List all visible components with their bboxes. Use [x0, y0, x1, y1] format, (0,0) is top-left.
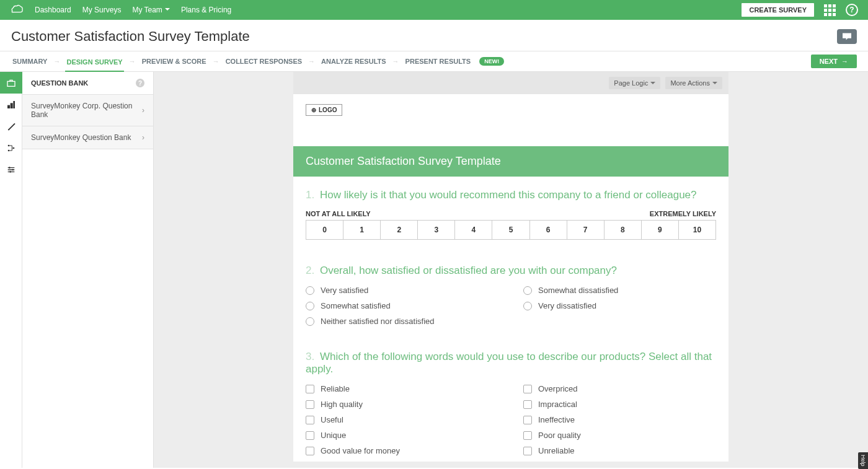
nps-6[interactable]: 6: [530, 221, 567, 239]
rail-builder[interactable]: [0, 94, 22, 115]
brush-icon: [6, 121, 16, 131]
nps-left-label: NOT AT ALL LIKELY: [306, 210, 371, 217]
question-3[interactable]: 3. Which of the following words would yo…: [293, 332, 728, 462]
nav-dashboard[interactable]: Dashboard: [35, 6, 71, 14]
nps-right-label: EXTREMELY LIKELY: [650, 210, 716, 217]
step-collect-responses[interactable]: COLLECT RESPONSES: [224, 51, 303, 71]
nps-scale: 0 1 2 3 4 5 6 7 8 9 10: [306, 220, 716, 240]
nps-0[interactable]: 0: [306, 221, 343, 239]
more-actions-button[interactable]: More Actions: [665, 77, 722, 89]
svg-rect-2: [11, 103, 13, 108]
comments-button[interactable]: [837, 29, 857, 44]
new-badge: NEW!: [479, 57, 504, 66]
svg-point-4: [8, 144, 10, 146]
nps-5[interactable]: 5: [492, 221, 529, 239]
sliders-icon: [6, 165, 16, 175]
svg-rect-0: [7, 81, 15, 86]
step-present-results[interactable]: PRESENT RESULTS: [404, 51, 472, 71]
nav-my-team[interactable]: My Team: [132, 6, 169, 14]
nps-7[interactable]: 7: [567, 221, 604, 239]
radio-somewhat-satisfied[interactable]: Somewhat satisfied: [306, 301, 498, 310]
chevron-right-icon: →: [392, 58, 399, 65]
check-reliable[interactable]: Reliable: [306, 384, 498, 393]
radio-neither[interactable]: Neither satisfied nor dissatisfied: [306, 317, 498, 326]
svg-point-7: [9, 167, 11, 169]
step-design-survey[interactable]: DESIGN SURVEY: [65, 52, 123, 72]
question-2[interactable]: 2. Overall, how satisfied or dissatisfie…: [293, 246, 728, 332]
radio-very-dissatisfied[interactable]: Very dissatisfied: [523, 301, 716, 310]
title-bar: Customer Satisfaction Survey Template: [0, 20, 868, 51]
chevron-right-icon: →: [308, 58, 315, 65]
help-side-tab[interactable]: Help: [858, 452, 868, 468]
check-good-value[interactable]: Good value for money: [306, 446, 498, 455]
design-canvas-area: Page Logic More Actions ⊕ LOGO Customer …: [154, 72, 868, 468]
blocks-icon: [6, 100, 16, 110]
step-summary[interactable]: SUMMARY: [11, 51, 48, 71]
bank-row-sm[interactable]: SurveyMonkey Question Bank ›: [22, 126, 153, 149]
branch-icon: [6, 143, 16, 153]
chevron-right-icon: →: [213, 58, 219, 65]
step-analyze-results[interactable]: ANALYZE RESULTS: [320, 51, 388, 71]
builder-icon-rail: [0, 72, 22, 468]
check-unreliable[interactable]: Unreliable: [523, 446, 716, 455]
chevron-right-icon: ›: [142, 106, 144, 115]
page-logic-button[interactable]: Page Logic: [609, 77, 660, 89]
add-logo-chip[interactable]: ⊕ LOGO: [306, 104, 342, 116]
chevron-right-icon: →: [129, 58, 136, 65]
chevron-right-icon: ›: [142, 133, 144, 142]
survey-title-banner[interactable]: Customer Satisfaction Survey Template: [293, 146, 728, 177]
step-nav: SUMMARY → DESIGN SURVEY → PREVIEW & SCOR…: [0, 51, 868, 72]
nps-9[interactable]: 9: [642, 221, 679, 239]
q2-text: Overall, how satisfied or dissatisfied a…: [320, 265, 617, 276]
svg-point-8: [12, 169, 14, 170]
nps-3[interactable]: 3: [418, 221, 455, 239]
nav-my-surveys[interactable]: My Surveys: [82, 6, 122, 14]
rail-themes[interactable]: [0, 115, 22, 137]
create-survey-button[interactable]: CREATE SURVEY: [742, 3, 814, 17]
rail-options[interactable]: [0, 159, 22, 180]
check-poor-quality[interactable]: Poor quality: [523, 431, 716, 440]
radio-somewhat-dissatisfied[interactable]: Somewhat dissatisfied: [523, 286, 716, 295]
survey-canvas: Page Logic More Actions ⊕ LOGO Customer …: [293, 72, 728, 462]
question-1[interactable]: 1. How likely is it that you would recom…: [293, 177, 728, 246]
help-icon[interactable]: ?: [846, 4, 858, 16]
svg-rect-1: [7, 105, 10, 108]
nps-8[interactable]: 8: [604, 221, 642, 239]
check-high-quality[interactable]: High quality: [306, 400, 498, 409]
check-unique[interactable]: Unique: [306, 431, 498, 440]
plus-circle-icon: ⊕: [311, 107, 316, 113]
svg-point-9: [9, 171, 11, 173]
nav-plans-pricing[interactable]: Plans & Pricing: [181, 6, 231, 14]
svg-rect-3: [13, 101, 15, 108]
check-overpriced[interactable]: Overpriced: [523, 384, 716, 393]
svg-point-5: [8, 149, 10, 151]
rail-logic[interactable]: [0, 137, 22, 159]
top-nav: Dashboard My Surveys My Team Plans & Pri…: [0, 0, 868, 20]
chevron-right-icon: →: [53, 58, 60, 65]
apps-grid-icon[interactable]: [824, 4, 836, 16]
q3-text: Which of the following words would you u…: [306, 351, 712, 375]
check-ineffective[interactable]: Ineffective: [523, 415, 716, 424]
svg-point-6: [13, 147, 15, 149]
next-button[interactable]: NEXT →: [811, 55, 857, 68]
q1-number: 1.: [306, 189, 314, 201]
nps-2[interactable]: 2: [381, 221, 418, 239]
check-useful[interactable]: Useful: [306, 415, 498, 424]
step-preview-score[interactable]: PREVIEW & SCORE: [141, 51, 208, 71]
bank-row-corp[interactable]: SurveyMonkey Corp. Question Bank ›: [22, 95, 153, 126]
help-small-icon[interactable]: ?: [136, 79, 144, 87]
nps-1[interactable]: 1: [343, 221, 381, 239]
radio-very-satisfied[interactable]: Very satisfied: [306, 286, 498, 295]
nps-4[interactable]: 4: [455, 221, 492, 239]
page-title: Customer Satisfaction Survey Template: [11, 28, 250, 45]
q2-number: 2.: [306, 265, 314, 276]
nps-10[interactable]: 10: [679, 221, 715, 239]
arrow-right-icon: →: [841, 58, 848, 65]
rail-question-bank[interactable]: [0, 72, 22, 94]
speech-bubble-icon: [841, 32, 852, 41]
question-bank-panel: QUESTION BANK ? SurveyMonkey Corp. Quest…: [22, 72, 154, 468]
canvas-toolbar: Page Logic More Actions: [293, 72, 728, 94]
brand-logo-icon[interactable]: [10, 4, 24, 15]
panel-title: QUESTION BANK: [31, 79, 88, 87]
check-impractical[interactable]: Impractical: [523, 400, 716, 409]
